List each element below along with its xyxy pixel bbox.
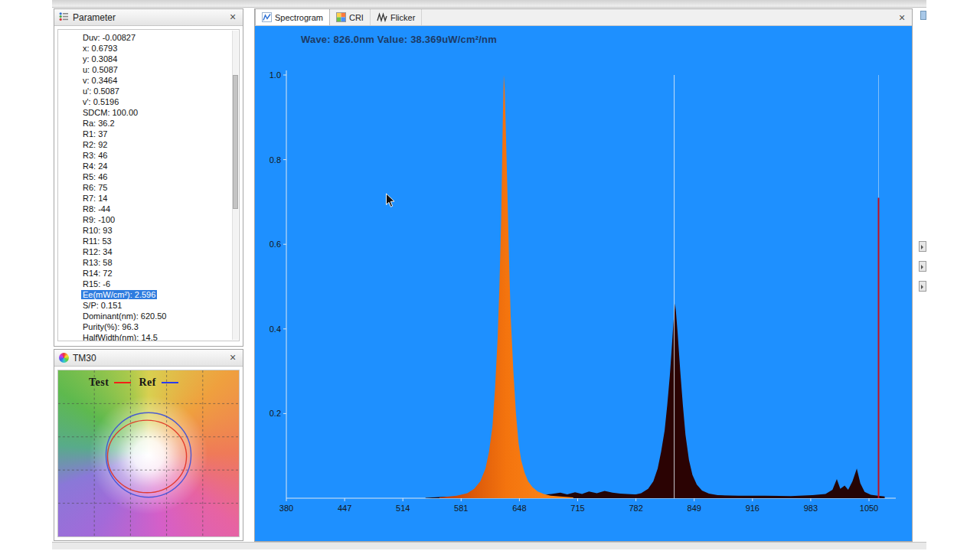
- test-legend-line: [114, 382, 131, 383]
- parameter-row[interactable]: Purity(%): 96.3: [58, 321, 239, 332]
- cri-icon: [336, 12, 346, 22]
- svg-text:715: 715: [570, 504, 584, 513]
- parameter-list: Duv: -0.00827 x: 0.6793 y: 0.3084 u: 0.5…: [57, 29, 240, 341]
- mouse-cursor: [385, 193, 396, 208]
- tm30-grid-overlay: [58, 370, 239, 536]
- tm30-title: TM30: [73, 353, 96, 364]
- spectrogram-close-button[interactable]: ×: [897, 11, 907, 24]
- tm30-ref-circle: [106, 412, 191, 497]
- flicker-icon: [377, 12, 387, 22]
- svg-text:0.6: 0.6: [270, 240, 281, 249]
- partial-window-icon: [920, 11, 926, 20]
- parameter-panel: Parameter × Duv: -0.00827 x: 0.6793 y: 0…: [54, 8, 243, 347]
- parameter-row[interactable]: u': 0.5087: [58, 86, 239, 96]
- parameter-row[interactable]: R9: -100: [58, 214, 239, 225]
- parameter-close-button[interactable]: ×: [227, 11, 238, 23]
- tm30-close-button[interactable]: ×: [227, 351, 238, 364]
- spectrogram-tabbar: Spectrogram CRI Flicker: [255, 9, 912, 26]
- test-legend-label: Test: [89, 377, 109, 389]
- parameter-row[interactable]: R15: -6: [58, 279, 239, 289]
- svg-text:849: 849: [688, 504, 701, 513]
- parameter-row[interactable]: Ee(mW/cm²): 2.596: [58, 289, 239, 300]
- parameter-row[interactable]: R4: 24: [58, 161, 239, 171]
- svg-text:0.2: 0.2: [270, 409, 281, 418]
- svg-text:514: 514: [396, 504, 410, 513]
- parameter-row[interactable]: R3: 46: [58, 150, 239, 161]
- tab-label: Flicker: [390, 13, 415, 22]
- parameter-title: Parameter: [73, 12, 116, 23]
- app-window: Parameter × Duv: -0.00827 x: 0.6793 y: 0…: [52, 0, 926, 551]
- tab-spectrogram[interactable]: Spectrogram: [255, 9, 330, 25]
- spectrogram-icon: [262, 12, 272, 22]
- tm30-color-wheel-icon: [59, 353, 69, 363]
- svg-text:916: 916: [746, 504, 760, 513]
- parameter-row[interactable]: HalfWidth(nm): 14.5: [58, 332, 239, 341]
- parameter-row[interactable]: x: 0.6793: [58, 43, 239, 54]
- parameter-row[interactable]: R14: 72: [58, 268, 239, 279]
- parameter-scrollbar[interactable]: [232, 31, 238, 340]
- parameter-row[interactable]: Dominant(nm): 620.50: [58, 311, 239, 321]
- tm30-titlebar[interactable]: TM30 ×: [54, 350, 243, 367]
- svg-text:1050: 1050: [860, 504, 878, 513]
- svg-text:581: 581: [454, 504, 468, 513]
- ref-legend-label: Ref: [139, 377, 156, 389]
- spectrum-chart-area[interactable]: Wave: 826.0nm Value: 38.369uW/cm²/nm 1.0…: [255, 26, 912, 541]
- red-peak-630nm: [439, 75, 573, 498]
- parameter-row[interactable]: v: 0.3464: [58, 75, 239, 86]
- window-top-strip: [52, 0, 926, 8]
- tab-flicker[interactable]: Flicker: [371, 9, 422, 25]
- parameter-row[interactable]: R12: 34: [58, 246, 239, 257]
- parameter-list-icon: [59, 11, 69, 24]
- ir-peak-827nm: [621, 304, 743, 498]
- parameter-row[interactable]: y: 0.3084: [58, 54, 239, 64]
- svg-text:380: 380: [279, 504, 293, 513]
- spectrogram-panel: Spectrogram CRI Flicker: [254, 8, 913, 542]
- tm30-legend: Test Ref: [89, 377, 186, 389]
- spectrum-plot: 1.00.80.60.40.23804475145816487157828499…: [255, 26, 912, 541]
- tab-label: CRI: [349, 13, 364, 22]
- svg-text:0.4: 0.4: [270, 324, 281, 334]
- parameter-row[interactable]: R5: 46: [58, 171, 239, 182]
- parameter-row[interactable]: R13: 58: [58, 257, 239, 268]
- parameter-row[interactable]: R11: 53: [58, 236, 239, 246]
- svg-text:782: 782: [629, 504, 642, 513]
- parameter-row[interactable]: R6: 75: [58, 182, 239, 193]
- splitter-button[interactable]: [919, 261, 926, 272]
- ref-legend-line: [162, 382, 178, 383]
- tab-label: Spectrogram: [275, 13, 323, 22]
- svg-text:0.8: 0.8: [270, 155, 281, 165]
- parameter-row[interactable]: R10: 93: [58, 225, 239, 236]
- parameter-row[interactable]: SDCM: 100.00: [58, 107, 239, 118]
- parameter-row[interactable]: R2: 92: [58, 139, 239, 150]
- svg-text:1.0: 1.0: [270, 70, 281, 80]
- parameter-row[interactable]: R7: 14: [58, 193, 239, 204]
- svg-text:447: 447: [338, 504, 351, 513]
- tm30-test-ellipse: [107, 420, 186, 493]
- tm30-panel: TM30 × Test: [54, 349, 243, 541]
- parameter-row[interactable]: Duv: -0.00827: [58, 32, 239, 43]
- svg-text:983: 983: [804, 504, 818, 513]
- parameter-row[interactable]: v': 0.5196: [58, 96, 239, 107]
- tm30-chart: Test Ref: [57, 370, 240, 537]
- parameter-row[interactable]: u: 0.5087: [58, 64, 239, 75]
- tab-cri[interactable]: CRI: [330, 9, 371, 25]
- svg-text:648: 648: [512, 504, 526, 513]
- parameter-row[interactable]: R8: -44: [58, 204, 239, 214]
- scrollbar-thumb[interactable]: [233, 75, 238, 209]
- parameter-titlebar[interactable]: Parameter ×: [54, 9, 243, 26]
- parameter-row[interactable]: S/P: 0.151: [58, 300, 239, 311]
- window-bottom-strip: [52, 542, 926, 549]
- splitter-button[interactable]: [919, 241, 926, 252]
- splitter-button[interactable]: [919, 281, 926, 292]
- parameter-row[interactable]: R1: 37: [58, 129, 239, 139]
- parameter-row[interactable]: Ra: 36.2: [58, 118, 239, 129]
